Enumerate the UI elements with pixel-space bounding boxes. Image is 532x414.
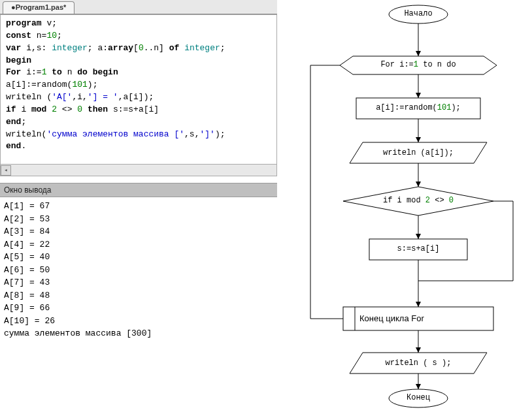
svg-marker-25 bbox=[416, 93, 421, 98]
code-token: program bbox=[6, 18, 42, 28]
code-token: end bbox=[6, 117, 21, 127]
code-token: begin bbox=[6, 56, 31, 65]
svg-marker-30 bbox=[416, 347, 421, 353]
flow-endfor-label: Конец цикла For bbox=[359, 313, 490, 323]
flow-assign-label: a[i]:=random(101); bbox=[356, 103, 480, 112]
code-token: ; bbox=[220, 43, 225, 53]
code-token: a[i]:=random( bbox=[6, 80, 72, 89]
flowchart-pane: Начало For i:=1 to n do a[i]:=random(101… bbox=[278, 0, 532, 414]
code-token: 0 bbox=[77, 104, 82, 114]
svg-marker-26 bbox=[416, 137, 421, 142]
svg-marker-24 bbox=[416, 51, 421, 56]
code-token: begin bbox=[93, 67, 118, 77]
code-token: array bbox=[108, 43, 133, 53]
code-token: integer bbox=[184, 43, 220, 53]
output-line: сумма элементов массива [300] bbox=[4, 328, 152, 338]
svg-marker-27 bbox=[416, 182, 421, 187]
code-token: then bbox=[88, 104, 108, 114]
code-token: const bbox=[6, 31, 31, 40]
code-token: ..n] bbox=[144, 43, 169, 53]
code-token bbox=[88, 67, 93, 77]
code-editor[interactable]: program v; const n=10; var i,s: integer;… bbox=[0, 14, 277, 165]
output-line: A[1] = 67 bbox=[4, 201, 50, 211]
output-panel-header: Окно вывода bbox=[0, 183, 277, 197]
code-token: 101 bbox=[72, 80, 87, 89]
code-token: i bbox=[16, 104, 31, 114]
code-token: ']' bbox=[199, 129, 214, 139]
file-tab[interactable]: ●Program1.pas* bbox=[3, 1, 75, 14]
svg-marker-29 bbox=[416, 302, 421, 307]
code-token: <> bbox=[57, 104, 77, 114]
code-token: ,i, bbox=[72, 92, 87, 102]
flow-write2-label: writeln ( s ); bbox=[353, 358, 484, 368]
output-line: A[2] = 53 bbox=[4, 214, 50, 224]
output-line: A[6] = 50 bbox=[4, 265, 50, 275]
output-line: A[9] = 66 bbox=[4, 303, 50, 313]
code-token: '] = ' bbox=[88, 92, 118, 102]
code-token: end bbox=[6, 141, 21, 151]
horizontal-scrollbar[interactable]: ◂ bbox=[0, 165, 277, 176]
output-line: A[10] = 26 bbox=[4, 316, 55, 326]
output-panel: A[1] = 67 A[2] = 53 A[3] = 84 A[4] = 22 … bbox=[0, 197, 277, 414]
svg-marker-28 bbox=[416, 234, 421, 239]
flow-for-label: For i:=1 to n do bbox=[353, 60, 484, 69]
code-token: ; bbox=[21, 117, 26, 127]
scroll-left-icon[interactable]: ◂ bbox=[1, 165, 11, 176]
output-line: A[4] = 22 bbox=[4, 240, 50, 249]
flow-sum-label: s:=s+a[i] bbox=[369, 244, 467, 253]
flow-write1-label: writeln (a[i]); bbox=[353, 148, 484, 157]
svg-marker-31 bbox=[416, 384, 421, 389]
code-token: ; a: bbox=[88, 43, 108, 53]
code-token: ); bbox=[88, 80, 98, 89]
code-token: 2 bbox=[52, 104, 57, 114]
code-token: mod bbox=[31, 104, 46, 114]
code-token: ); bbox=[215, 129, 225, 139]
output-line: A[8] = 48 bbox=[4, 291, 50, 300]
code-token: n bbox=[62, 67, 77, 77]
code-token: integer bbox=[52, 43, 88, 53]
code-token: . bbox=[21, 141, 26, 151]
ide-left-pane: ●Program1.pas* program v; const n=10; va… bbox=[0, 0, 278, 414]
code-token: ,s, bbox=[184, 129, 199, 139]
code-token: s:=s+a[i] bbox=[108, 104, 159, 114]
code-token bbox=[82, 104, 88, 114]
code-token: writeln( bbox=[6, 129, 46, 139]
code-token: i,s: bbox=[21, 43, 52, 53]
code-token: to bbox=[52, 67, 62, 77]
code-token: n= bbox=[31, 31, 46, 40]
code-token: [ bbox=[133, 43, 139, 53]
code-token: ,a[i]); bbox=[118, 92, 154, 102]
output-line: A[3] = 84 bbox=[4, 227, 50, 236]
code-token: ; bbox=[57, 31, 62, 40]
code-token: v; bbox=[42, 18, 57, 28]
code-token: 0 bbox=[139, 43, 144, 53]
code-token: var bbox=[6, 43, 21, 53]
tab-bar: ●Program1.pas* bbox=[0, 0, 277, 14]
output-line: A[5] = 40 bbox=[4, 252, 50, 262]
code-token: For bbox=[6, 67, 21, 77]
code-token bbox=[179, 43, 184, 53]
flow-cond-label: if i mod 2 <> 0 bbox=[350, 196, 487, 205]
code-token: 'сумма элементов массива [' bbox=[46, 129, 184, 139]
flow-start-label: Начало bbox=[389, 9, 448, 18]
code-token: of bbox=[169, 43, 180, 53]
code-token: i:= bbox=[21, 67, 41, 77]
code-token: writeln ( bbox=[6, 92, 52, 102]
output-line: A[7] = 43 bbox=[4, 278, 50, 287]
code-token: if bbox=[6, 104, 16, 114]
code-token: 'A[' bbox=[52, 92, 72, 102]
flow-end-label: Конец bbox=[389, 393, 448, 402]
code-token: 10 bbox=[46, 31, 57, 40]
code-token: do bbox=[77, 67, 88, 77]
